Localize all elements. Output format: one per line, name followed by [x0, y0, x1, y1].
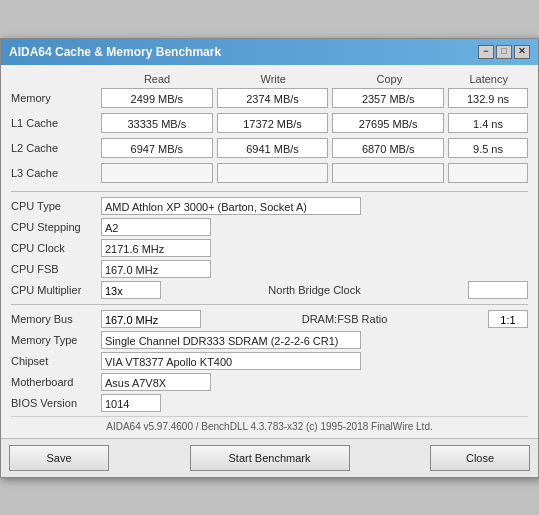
close-button-bottom[interactable]: Close	[430, 445, 530, 471]
bios-value: 1014	[101, 394, 161, 412]
benchmark-table: Read Write Copy Latency Memory 2499 MB/s…	[11, 73, 528, 183]
col-header-copy: Copy	[333, 73, 445, 85]
memory-write: 2374 MB/s	[217, 88, 329, 108]
memory-type-label: Memory Type	[11, 334, 101, 346]
l2-write: 6941 MB/s	[217, 138, 329, 158]
maximize-button[interactable]: □	[496, 45, 512, 59]
cpu-multiplier-label: CPU Multiplier	[11, 284, 101, 296]
cpu-clock-value: 2171.6 MHz	[101, 239, 211, 257]
l3-latency	[448, 163, 528, 183]
l1-latency: 1.4 ns	[448, 113, 528, 133]
memory-bus-value: 167.0 MHz	[101, 310, 201, 328]
motherboard-row: Motherboard Asus A7V8X	[11, 373, 528, 391]
l1-copy: 27695 MB/s	[332, 113, 444, 133]
footer-text: AIDA64 v5.97.4600 / BenchDLL 4.3.783-x32…	[106, 421, 433, 432]
nb-clock-value	[468, 281, 528, 299]
divider-2	[11, 304, 528, 305]
memory-info-section: Memory Bus 167.0 MHz DRAM:FSB Ratio 1:1 …	[11, 310, 528, 412]
cpu-multiplier-row: CPU Multiplier 13x North Bridge Clock	[11, 281, 528, 299]
bench-row-l2: L2 Cache 6947 MB/s 6941 MB/s 6870 MB/s 9…	[11, 138, 528, 158]
cpu-fsb-row: CPU FSB 167.0 MHz	[11, 260, 528, 278]
row-cells-memory: 2499 MB/s 2374 MB/s 2357 MB/s 132.9 ns	[101, 88, 528, 108]
bench-row-l1: L1 Cache 33335 MB/s 17372 MB/s 27695 MB/…	[11, 113, 528, 133]
col-header-latency: Latency	[449, 73, 528, 85]
cpu-stepping-value: A2	[101, 218, 211, 236]
memory-type-row: Memory Type Single Channel DDR333 SDRAM …	[11, 331, 528, 349]
cpu-stepping-row: CPU Stepping A2	[11, 218, 528, 236]
l1-read: 33335 MB/s	[101, 113, 213, 133]
window-title: AIDA64 Cache & Memory Benchmark	[9, 45, 221, 59]
nb-clock-label: North Bridge Clock	[161, 284, 468, 296]
start-benchmark-button[interactable]: Start Benchmark	[190, 445, 350, 471]
minimize-button[interactable]: −	[478, 45, 494, 59]
chipset-value: VIA VT8377 Apollo KT400	[101, 352, 361, 370]
cpu-stepping-label: CPU Stepping	[11, 221, 101, 233]
memory-read: 2499 MB/s	[101, 88, 213, 108]
memory-copy: 2357 MB/s	[332, 88, 444, 108]
cpu-type-row: CPU Type AMD Athlon XP 3000+ (Barton, So…	[11, 197, 528, 215]
l2-copy: 6870 MB/s	[332, 138, 444, 158]
motherboard-value: Asus A7V8X	[101, 373, 211, 391]
l3-read	[101, 163, 213, 183]
content-area: Read Write Copy Latency Memory 2499 MB/s…	[1, 65, 538, 438]
cpu-clock-label: CPU Clock	[11, 242, 101, 254]
bench-row-memory: Memory 2499 MB/s 2374 MB/s 2357 MB/s 132…	[11, 88, 528, 108]
row-cells-l1: 33335 MB/s 17372 MB/s 27695 MB/s 1.4 ns	[101, 113, 528, 133]
bench-label-header	[11, 73, 101, 85]
memory-latency: 132.9 ns	[448, 88, 528, 108]
memory-bus-label: Memory Bus	[11, 313, 101, 325]
bios-row: BIOS Version 1014	[11, 394, 528, 412]
chipset-label: Chipset	[11, 355, 101, 367]
row-label-l3: L3 Cache	[11, 167, 101, 179]
footer-info: AIDA64 v5.97.4600 / BenchDLL 4.3.783-x32…	[11, 416, 528, 434]
l3-write	[217, 163, 329, 183]
cpu-info-section: CPU Type AMD Athlon XP 3000+ (Barton, So…	[11, 197, 528, 299]
col-header-read: Read	[101, 73, 213, 85]
bottom-bar: Save Start Benchmark Close	[1, 438, 538, 477]
cpu-fsb-value: 167.0 MHz	[101, 260, 211, 278]
l2-latency: 9.5 ns	[448, 138, 528, 158]
row-label-memory: Memory	[11, 92, 101, 104]
memory-bus-row: Memory Bus 167.0 MHz DRAM:FSB Ratio 1:1	[11, 310, 528, 328]
main-window: AIDA64 Cache & Memory Benchmark − □ ✕ Re…	[0, 38, 539, 478]
row-cells-l3	[101, 163, 528, 183]
chipset-row: Chipset VIA VT8377 Apollo KT400	[11, 352, 528, 370]
memory-type-value: Single Channel DDR333 SDRAM (2-2-2-6 CR1…	[101, 331, 361, 349]
bench-row-l3: L3 Cache	[11, 163, 528, 183]
l3-copy	[332, 163, 444, 183]
divider-1	[11, 191, 528, 192]
close-button[interactable]: ✕	[514, 45, 530, 59]
dram-fsb-value: 1:1	[488, 310, 528, 328]
cpu-type-label: CPU Type	[11, 200, 101, 212]
save-button[interactable]: Save	[9, 445, 109, 471]
title-bar-buttons: − □ ✕	[478, 45, 530, 59]
l1-write: 17372 MB/s	[217, 113, 329, 133]
motherboard-label: Motherboard	[11, 376, 101, 388]
row-cells-l2: 6947 MB/s 6941 MB/s 6870 MB/s 9.5 ns	[101, 138, 528, 158]
title-bar: AIDA64 Cache & Memory Benchmark − □ ✕	[1, 39, 538, 65]
l2-read: 6947 MB/s	[101, 138, 213, 158]
row-label-l1: L1 Cache	[11, 117, 101, 129]
bios-label: BIOS Version	[11, 397, 101, 409]
cpu-fsb-label: CPU FSB	[11, 263, 101, 275]
bench-header-row: Read Write Copy Latency	[11, 73, 528, 85]
col-header-write: Write	[217, 73, 329, 85]
dram-fsb-label: DRAM:FSB Ratio	[201, 313, 488, 325]
cpu-clock-row: CPU Clock 2171.6 MHz	[11, 239, 528, 257]
cpu-multiplier-value: 13x	[101, 281, 161, 299]
bench-col-headers: Read Write Copy Latency	[101, 73, 528, 85]
cpu-type-value: AMD Athlon XP 3000+ (Barton, Socket A)	[101, 197, 361, 215]
row-label-l2: L2 Cache	[11, 142, 101, 154]
